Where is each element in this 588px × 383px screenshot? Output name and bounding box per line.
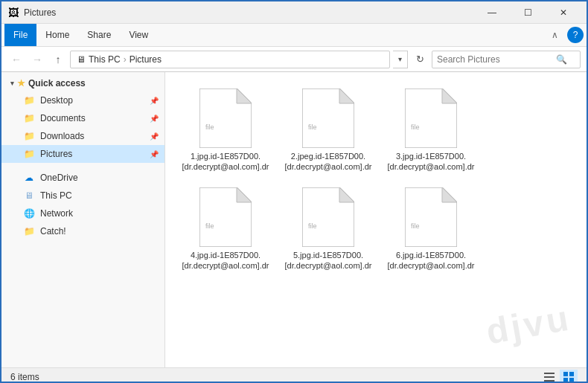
file-item-2[interactable]: file 2.jpeg.id-1E857D00.[dr.decrypt@aol.… bbox=[280, 84, 377, 177]
view-controls bbox=[540, 370, 578, 384]
file-icon-1: file bbox=[199, 88, 252, 148]
sidebar-item-pictures[interactable]: 📁 Pictures 📌 bbox=[1, 145, 164, 163]
svg-marker-1 bbox=[237, 88, 252, 103]
window-icon: 🖼 bbox=[7, 7, 19, 19]
sidebar-item-downloads[interactable]: 📁 Downloads 📌 bbox=[1, 127, 164, 145]
close-button[interactable]: ✕ bbox=[546, 1, 581, 24]
file-name-1: 1.jpg.id-1E857D00.[dr.decrypt@aol.com].d… bbox=[182, 151, 269, 173]
back-button[interactable]: ← bbox=[7, 51, 25, 68]
sidebar-item-catch[interactable]: 📁 Catch! bbox=[1, 222, 164, 240]
tab-share[interactable]: Share bbox=[78, 24, 120, 46]
ribbon-help-button[interactable]: ? bbox=[567, 27, 584, 43]
file-item-3[interactable]: file 3.jpg.id-1E857D00.[dr.decrypt@aol.c… bbox=[383, 84, 479, 177]
catch-icon: 📁 bbox=[22, 225, 36, 238]
svg-text:file: file bbox=[205, 222, 214, 230]
sidebar-item-network[interactable]: 🌐 Network bbox=[1, 205, 164, 222]
svg-marker-4 bbox=[339, 88, 354, 103]
ribbon: File Home Share View ∧ ? bbox=[1, 24, 587, 47]
sidebar-label-downloads: Downloads bbox=[40, 131, 84, 141]
tab-file[interactable]: File bbox=[4, 24, 36, 46]
svg-marker-10 bbox=[237, 187, 252, 202]
address-thispc: This PC bbox=[89, 54, 121, 65]
address-separator: › bbox=[124, 54, 127, 65]
sidebar-label-catch: Catch! bbox=[40, 226, 66, 236]
svg-rect-18 bbox=[544, 373, 555, 374]
window-controls: — ☐ ✕ bbox=[475, 1, 581, 24]
pictures-folder-icon: 📁 bbox=[22, 147, 36, 161]
refresh-button[interactable]: ↻ bbox=[411, 51, 429, 68]
ribbon-collapse-button[interactable]: ∧ bbox=[545, 25, 564, 45]
svg-text:file: file bbox=[411, 222, 420, 230]
list-view-button[interactable] bbox=[540, 370, 558, 384]
sidebar: ▾ ★ Quick access 📁 Desktop 📌 📁 Documents… bbox=[1, 72, 165, 367]
address-bar: ← → ↑ 🖥 This PC › Pictures ▾ ↻ 🔍 bbox=[1, 47, 587, 72]
file-name-4: 4.jpg.id-1E857D00.[dr.decrypt@aol.com].d… bbox=[182, 250, 269, 271]
icon-view-button[interactable] bbox=[560, 370, 578, 384]
svg-rect-19 bbox=[544, 376, 555, 378]
address-pictures: Pictures bbox=[130, 54, 162, 65]
maximize-button[interactable]: ☐ bbox=[511, 1, 545, 24]
file-name-3: 3.jpg.id-1E857D00.[dr.decrypt@aol.com].d… bbox=[387, 151, 475, 173]
watermark: djvu bbox=[483, 297, 574, 352]
file-icon-6: file bbox=[405, 187, 457, 247]
up-button[interactable]: ↑ bbox=[49, 51, 67, 68]
icon-view-icon bbox=[563, 371, 575, 383]
sidebar-item-onedrive[interactable]: ☁ OneDrive bbox=[1, 169, 164, 187]
file-icon-3: file bbox=[405, 88, 457, 148]
address-path[interactable]: 🖥 This PC › Pictures bbox=[70, 51, 390, 68]
desktop-pin-icon: 📌 bbox=[150, 97, 159, 105]
search-input[interactable] bbox=[437, 54, 556, 65]
sidebar-label-documents: Documents bbox=[40, 113, 86, 123]
search-box[interactable]: 🔍 bbox=[432, 51, 581, 68]
tab-view[interactable]: View bbox=[120, 24, 157, 46]
downloads-pin-icon: 📌 bbox=[150, 132, 159, 141]
file-item-6[interactable]: file 6.jpg.id-1E857D00.[dr.decrypt@aol.c… bbox=[383, 183, 479, 276]
svg-text:file: file bbox=[308, 222, 317, 230]
svg-text:file: file bbox=[205, 123, 214, 131]
svg-marker-13 bbox=[339, 187, 354, 202]
tab-home[interactable]: Home bbox=[36, 24, 78, 46]
sidebar-item-desktop[interactable]: 📁 Desktop 📌 bbox=[1, 91, 164, 109]
sidebar-item-thispc[interactable]: 🖥 This PC bbox=[1, 187, 164, 205]
onedrive-icon: ☁ bbox=[22, 171, 36, 184]
sidebar-label-onedrive: OneDrive bbox=[40, 173, 78, 183]
svg-rect-22 bbox=[569, 372, 574, 376]
file-item-1[interactable]: file 1.jpg.id-1E857D00.[dr.decrypt@aol.c… bbox=[177, 84, 274, 177]
file-grid: file 1.jpg.id-1E857D00.[dr.decrypt@aol.c… bbox=[171, 78, 581, 281]
window-title: Pictures bbox=[24, 7, 475, 18]
address-dropdown-button[interactable]: ▾ bbox=[393, 51, 408, 68]
search-icon: 🔍 bbox=[556, 54, 567, 65]
file-icon-2: file bbox=[302, 88, 354, 148]
main-layout: ▾ ★ Quick access 📁 Desktop 📌 📁 Documents… bbox=[1, 72, 587, 367]
svg-text:file: file bbox=[308, 123, 317, 131]
file-icon-5: file bbox=[302, 187, 354, 247]
svg-marker-7 bbox=[442, 88, 457, 103]
sidebar-label-desktop: Desktop bbox=[40, 95, 73, 106]
title-bar: 🖼 Pictures — ☐ ✕ bbox=[1, 1, 587, 24]
minimize-button[interactable]: — bbox=[475, 1, 509, 24]
list-view-icon bbox=[543, 371, 555, 383]
ribbon-right-controls: ∧ ? bbox=[545, 25, 584, 45]
sidebar-item-documents[interactable]: 📁 Documents 📌 bbox=[1, 109, 164, 127]
desktop-folder-icon: 📁 bbox=[22, 94, 36, 107]
file-item-5[interactable]: file 5.jpg.id-1E857D00.[dr.decrypt@aol.c… bbox=[280, 183, 377, 276]
downloads-folder-icon: 📁 bbox=[22, 129, 36, 143]
quick-access-star-icon: ★ bbox=[17, 78, 25, 88]
quick-access-header[interactable]: ▾ ★ Quick access bbox=[1, 75, 164, 91]
network-icon: 🌐 bbox=[22, 207, 36, 220]
forward-button[interactable]: → bbox=[28, 51, 46, 68]
file-item-4[interactable]: file 4.jpg.id-1E857D00.[dr.decrypt@aol.c… bbox=[177, 183, 274, 276]
file-name-5: 5.jpg.id-1E857D00.[dr.decrypt@aol.com].d… bbox=[284, 250, 372, 271]
documents-folder-icon: 📁 bbox=[22, 112, 36, 125]
quick-access-chevron: ▾ bbox=[10, 80, 14, 87]
content-area: djvu file 1.jpg.id-1E857D00.[dr.decrypt@… bbox=[165, 72, 587, 367]
thispc-icon: 🖥 bbox=[22, 189, 36, 202]
status-bar: 6 items bbox=[1, 367, 587, 383]
svg-rect-24 bbox=[569, 378, 574, 382]
svg-marker-16 bbox=[442, 187, 457, 202]
file-name-2: 2.jpeg.id-1E857D00.[dr.decrypt@aol.com].… bbox=[284, 151, 372, 173]
file-name-6: 6.jpg.id-1E857D00.[dr.decrypt@aol.com].d… bbox=[387, 250, 475, 271]
quick-access-label: Quick access bbox=[28, 78, 86, 88]
ribbon-tabs: File Home Share View ∧ ? bbox=[1, 24, 587, 46]
svg-rect-23 bbox=[563, 378, 568, 382]
